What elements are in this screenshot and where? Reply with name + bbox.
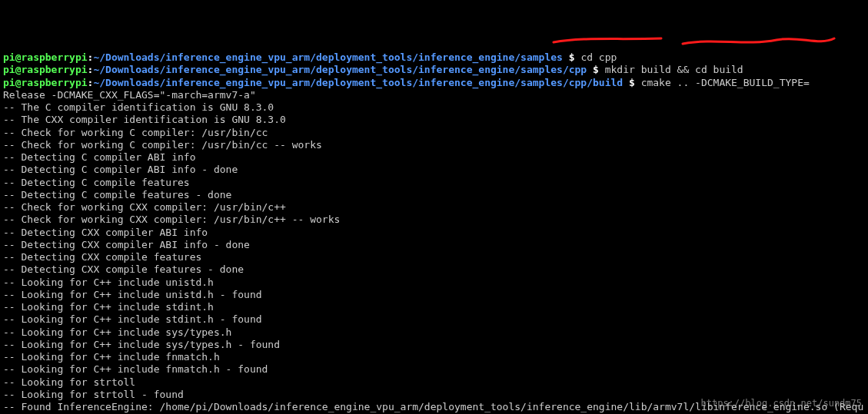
output-line[interactable]: -- Looking for C++ include sys/types.h (3, 326, 865, 339)
output-line[interactable]: -- Check for working C compiler: /usr/bi… (3, 139, 865, 151)
output-line[interactable]: -- Looking for C++ include unistd.h (3, 277, 865, 289)
prompt-path: ~/Downloads/inference_engine_vpu_arm/dep… (93, 51, 562, 63)
prompt-user: pi@raspberrypi (3, 64, 88, 75)
output-line[interactable]: -- Looking for C++ include fnmatch.h (3, 351, 865, 363)
prompt-user: pi@raspberrypi (3, 77, 88, 88)
output-line[interactable]: -- Check for working CXX compiler: /usr/… (3, 214, 865, 226)
output-line[interactable]: -- Looking for C++ include stdint.h (3, 301, 865, 313)
output-line[interactable]: -- Detecting C compile features - done (3, 189, 865, 201)
output-line[interactable]: -- Detecting C compiler ABI info (3, 151, 865, 164)
prompt-dollar: $ (623, 77, 640, 88)
prompt-dollar: $ (563, 51, 580, 63)
prompt-path: ~/Downloads/inference_engine_vpu_arm/dep… (93, 64, 587, 75)
output-line[interactable]: -- The CXX compiler identification is GN… (3, 114, 865, 126)
typed-command: mkdir build && cd build (605, 64, 743, 75)
terminal-window[interactable]: { "prompts": [ { "user": "pi@raspberrypi… (0, 0, 868, 414)
typed-command: cmake .. -DCMAKE_BUILD_TYPE= (641, 77, 810, 88)
output-line[interactable]: -- Looking for C++ include unistd.h - fo… (3, 289, 865, 301)
typed-command: cd cpp (580, 51, 617, 63)
output-line[interactable]: -- Looking for C++ include fnmatch.h - f… (3, 363, 865, 376)
output-line[interactable]: -- Detecting CXX compile features - done (3, 263, 865, 276)
output-line[interactable]: -- Check for working C compiler: /usr/bi… (3, 127, 865, 139)
prompt-line[interactable]: pi@raspberrypi:~/Downloads/inference_eng… (3, 64, 865, 76)
underline-annotation-2 (683, 38, 834, 44)
typed-command-continuation: Release -DCMAKE_CXX_FLAGS="-march=armv7-… (3, 89, 256, 101)
output-line[interactable]: -- Looking for strtoll (3, 376, 865, 389)
output-line[interactable]: -- The C compiler identification is GNU … (3, 101, 865, 114)
output-line[interactable]: -- Detecting CXX compile features (3, 251, 865, 263)
prompt-line[interactable]: pi@raspberrypi:~/Downloads/inference_eng… (3, 77, 865, 89)
command-continuation[interactable]: Release -DCMAKE_CXX_FLAGS="-march=armv7-… (3, 89, 865, 101)
terminal-output-area[interactable]: pi@raspberrypi:~/Downloads/inference_eng… (3, 51, 865, 414)
prompt-user: pi@raspberrypi (3, 51, 88, 63)
underline-annotation-1 (554, 38, 661, 42)
output-line[interactable]: -- Looking for C++ include sys/types.h -… (3, 339, 865, 351)
prompt-dollar: $ (587, 64, 604, 75)
output-line[interactable]: -- Check for working CXX compiler: /usr/… (3, 201, 865, 214)
output-line[interactable]: -- Detecting CXX compiler ABI info - don… (3, 239, 865, 251)
output-line[interactable]: -- Detecting C compile features (3, 177, 865, 189)
output-line[interactable]: -- Looking for C++ include stdint.h - fo… (3, 313, 865, 326)
watermark-text: https://blog.csdn.net/sundm75 (700, 398, 862, 409)
prompt-line[interactable]: pi@raspberrypi:~/Downloads/inference_eng… (3, 51, 865, 64)
prompt-path: ~/Downloads/inference_engine_vpu_arm/dep… (93, 77, 623, 88)
output-line[interactable]: -- Detecting CXX compiler ABI info (3, 227, 865, 239)
output-line[interactable]: -- Detecting C compiler ABI info - done (3, 164, 865, 176)
